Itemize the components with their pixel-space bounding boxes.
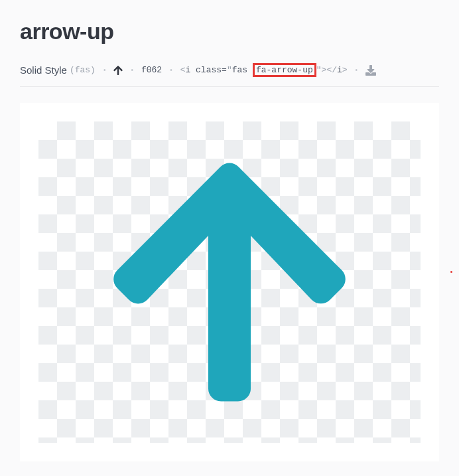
separator-dot: • xyxy=(353,66,361,74)
icon-preview-panel xyxy=(20,103,439,461)
style-label: Solid Style (fas) xyxy=(20,64,96,76)
checker-background xyxy=(38,121,421,443)
code-tag-open: i class= xyxy=(185,65,226,75)
code-snippet[interactable]: <i class="fas fa-arrow-up"></i> xyxy=(180,63,348,77)
code-quote: " xyxy=(227,65,232,75)
style-name: Solid Style xyxy=(20,64,67,76)
separator-dot: • xyxy=(101,66,109,74)
code-end-close: > xyxy=(342,65,348,75)
highlight-class-name: fa-arrow-up xyxy=(253,63,316,77)
code-quote: " xyxy=(316,65,322,75)
meta-row: Solid Style (fas) • • f062 • <i class="f… xyxy=(20,63,439,87)
code-end-tag: i xyxy=(337,65,342,75)
page-title: arrow-up xyxy=(20,19,439,44)
cursor-dot xyxy=(450,271,452,273)
unicode-code: f062 xyxy=(141,65,162,75)
separator-dot: • xyxy=(167,66,175,74)
arrow-up-icon xyxy=(113,65,123,76)
download-icon[interactable] xyxy=(365,65,376,76)
code-prefix: fas xyxy=(232,65,253,75)
style-abbrev: (fas) xyxy=(70,65,96,75)
code-end-open: </ xyxy=(326,65,337,75)
code-class-name: fa-arrow-up xyxy=(256,65,313,75)
arrow-up-icon-large xyxy=(110,146,349,418)
separator-dot: • xyxy=(128,66,136,74)
